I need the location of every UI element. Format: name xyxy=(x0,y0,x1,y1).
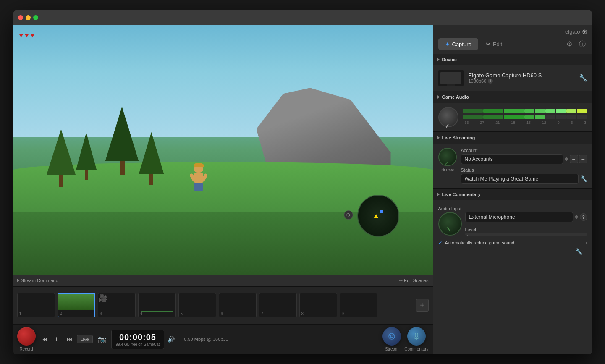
settings-button[interactable]: ⚙ xyxy=(565,38,574,50)
status-settings-button[interactable]: 🔧 xyxy=(580,175,587,182)
tree-top xyxy=(76,133,97,170)
status-label: Status xyxy=(461,168,587,173)
remove-account-button[interactable]: − xyxy=(579,155,587,163)
minimize-button[interactable] xyxy=(26,15,31,20)
record-label: Record xyxy=(19,347,33,351)
meter-label: -18 xyxy=(510,120,515,125)
stream-button[interactable] xyxy=(382,327,401,346)
item-icon-1: ⬡ xyxy=(344,210,353,220)
select-arrow-up-audio xyxy=(575,215,578,217)
right-panel-content: Device Elgato Game Capture HD60 S 1080p6… xyxy=(433,54,592,354)
edit-tab[interactable]: ✂ Edit xyxy=(479,38,509,50)
tree-2 xyxy=(76,133,97,180)
capture-tab-label: Capture xyxy=(452,41,471,47)
elgato-icon: ⊕ xyxy=(582,28,587,36)
capture-tab[interactable]: ✦ Capture xyxy=(438,38,478,50)
select-arrow-up xyxy=(565,157,568,159)
tree-top xyxy=(47,129,76,175)
meter-bar xyxy=(566,109,576,113)
status-field: 🔧 xyxy=(461,174,587,184)
scene-thumb-8[interactable]: 8 xyxy=(299,293,337,317)
account-select[interactable]: No Accounts xyxy=(461,154,563,164)
audio-help-button[interactable]: ? xyxy=(580,213,587,221)
svg-rect-2 xyxy=(415,333,418,337)
reduce-sound-checkmark: ✓ xyxy=(438,240,443,246)
tree-top xyxy=(105,107,139,161)
add-account-button[interactable]: + xyxy=(570,155,578,163)
meter-bar xyxy=(524,115,534,119)
commentary-collapse-icon[interactable] xyxy=(437,193,440,196)
device-collapse-icon[interactable] xyxy=(437,58,440,61)
plus-minus-buttons: + − xyxy=(570,155,587,163)
scene-thumb-3[interactable]: 🎥 3 xyxy=(98,293,136,317)
streaming-collapse-icon[interactable] xyxy=(437,136,440,139)
commentary-button-container: Commentary xyxy=(404,327,428,351)
status-input[interactable] xyxy=(461,174,579,184)
meter-bar-inactive xyxy=(556,115,566,119)
tabs-row: ✦ Capture ✂ Edit ⚙ ⓘ xyxy=(433,38,592,54)
audio-meter: -36 -27 -21 -18 -15 -12 -9 -6 -3 xyxy=(463,109,587,125)
device-section: Device Elgato Game Capture HD60 S 1080p6… xyxy=(433,54,592,91)
meter-bar-inactive xyxy=(577,115,587,119)
scene-thumb-1[interactable]: 1 xyxy=(17,293,55,317)
elgato-logo: elgato ⊕ xyxy=(565,28,587,36)
collapse-icon[interactable] xyxy=(17,279,19,282)
close-button[interactable] xyxy=(18,15,23,20)
volume-button[interactable]: 🔊 xyxy=(168,336,175,343)
bitrate-text: 0,50 Mbps @ 360p30 xyxy=(184,337,228,342)
meter-bars-bottom xyxy=(463,115,587,119)
game-audio-title: Game Audio xyxy=(442,94,469,100)
scene-thumb-6[interactable]: 6 xyxy=(219,293,257,317)
commentary-button[interactable] xyxy=(407,327,426,346)
stream-button-container: Stream xyxy=(382,327,401,351)
audio-input-select[interactable]: External Microphone xyxy=(465,212,573,222)
streaming-fields: Account No Accounts xyxy=(461,148,587,184)
audio-input-label: Audio Input xyxy=(438,206,462,211)
rewind-button[interactable]: ⏮ xyxy=(39,334,50,344)
header-actions: ⚙ ⓘ xyxy=(565,38,587,50)
device-info-icon[interactable]: i xyxy=(488,79,493,84)
maximize-button[interactable] xyxy=(33,15,38,20)
microphone-knob[interactable] xyxy=(438,212,462,236)
pause-button[interactable]: ⏸ xyxy=(52,334,63,344)
title-bar xyxy=(13,10,592,25)
meter-label: -6 xyxy=(570,120,573,125)
scene-thumb-9[interactable]: 9 xyxy=(340,293,377,317)
stream-icon xyxy=(388,332,396,340)
fast-forward-button[interactable]: ⏭ xyxy=(64,334,75,344)
app-window: ⬡ ♥ ♥ ♥ xyxy=(13,10,592,354)
device-resolution: 1080p60 i xyxy=(469,79,574,84)
info-button[interactable]: ⓘ xyxy=(577,38,587,50)
scene-thumb-2[interactable]: 2 xyxy=(58,293,95,317)
tree-1 xyxy=(47,129,76,187)
stream-command-bar: Stream Command ✏ Edit Scenes xyxy=(13,275,433,287)
right-top-bar: elgato ⊕ xyxy=(433,25,592,38)
audio-input-select-row: External Microphone ? xyxy=(465,212,587,222)
scene-thumb-7[interactable]: 7 xyxy=(259,293,297,317)
scene-thumb-4[interactable]: 4 xyxy=(138,293,176,317)
audio-meter-container: -36 -27 -21 -18 -15 -12 -9 -6 -3 xyxy=(438,107,587,127)
device-section-title: Device xyxy=(442,57,457,62)
record-button[interactable] xyxy=(17,327,36,346)
tree-trunk xyxy=(149,174,153,185)
stream-command-text: Stream Command xyxy=(21,278,58,283)
commentary-settings-button[interactable]: 🔧 xyxy=(575,248,582,255)
add-scene-button[interactable]: + xyxy=(416,299,429,312)
commentary-body: Audio Input External Microphone xyxy=(433,200,592,262)
audio-volume-knob[interactable] xyxy=(438,107,458,127)
timer-display: 00:00:05 99,4 GB free on GameCat xyxy=(111,330,165,349)
streaming-knob[interactable] xyxy=(438,148,457,166)
live-button[interactable]: Live xyxy=(77,335,93,343)
edit-tab-label: Edit xyxy=(493,41,502,47)
meter-bar xyxy=(577,109,587,113)
device-settings-button[interactable]: 🔧 xyxy=(579,74,587,82)
game-audio-section: Game Audio xyxy=(433,91,592,132)
character-pants xyxy=(194,183,203,191)
reduce-sound-info-icon[interactable]: • xyxy=(586,240,587,245)
sky xyxy=(13,25,433,137)
audio-collapse-icon[interactable] xyxy=(437,95,440,99)
edit-scenes-button[interactable]: ✏ Edit Scenes xyxy=(399,278,429,283)
screenshot-button[interactable]: 📷 xyxy=(96,334,108,345)
meter-label: -9 xyxy=(556,120,560,125)
scene-thumb-5[interactable]: 5 xyxy=(178,293,216,317)
